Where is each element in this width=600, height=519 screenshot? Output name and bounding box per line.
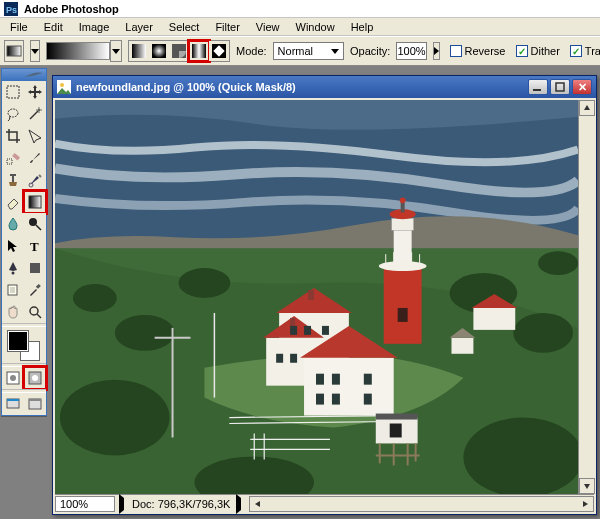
reverse-checkbox[interactable] — [450, 45, 462, 57]
crop-tool[interactable] — [2, 125, 24, 147]
slice-tool[interactable] — [24, 125, 46, 147]
svg-rect-15 — [10, 174, 16, 176]
menu-help[interactable]: Help — [343, 20, 382, 34]
svg-rect-23 — [36, 284, 41, 289]
gradient-dropdown[interactable] — [110, 40, 122, 62]
menu-image[interactable]: Image — [71, 20, 118, 34]
svg-rect-69 — [316, 394, 324, 405]
svg-rect-4 — [152, 44, 166, 58]
svg-point-16 — [29, 183, 33, 187]
menu-edit[interactable]: Edit — [36, 20, 71, 34]
clone-stamp-tool[interactable] — [2, 169, 24, 191]
dodge-tool[interactable] — [24, 213, 46, 235]
eyedropper-tool[interactable] — [24, 279, 46, 301]
maximize-button[interactable] — [550, 79, 570, 95]
status-flyout-icon[interactable] — [119, 498, 124, 510]
menu-layer[interactable]: Layer — [117, 20, 161, 34]
menu-window[interactable]: Window — [288, 20, 343, 34]
gradient-tool[interactable] — [24, 191, 46, 213]
blend-mode-select[interactable]: Normal — [273, 42, 344, 60]
dither-checkbox-wrap[interactable]: ✓ Dither — [516, 45, 560, 57]
svg-point-24 — [30, 307, 38, 315]
gradient-angle-button[interactable] — [169, 41, 189, 61]
current-tool-preset[interactable] — [4, 40, 24, 62]
pen-tool[interactable] — [2, 257, 24, 279]
hand-tool[interactable] — [2, 301, 24, 323]
history-brush-tool[interactable] — [24, 169, 46, 191]
svg-rect-64 — [276, 354, 283, 363]
marquee-tool[interactable] — [2, 81, 24, 103]
dither-checkbox[interactable]: ✓ — [516, 45, 528, 57]
scroll-right-button[interactable] — [577, 497, 593, 511]
tool-preset-dropdown[interactable] — [30, 40, 40, 62]
svg-point-38 — [73, 284, 117, 312]
opacity-input[interactable]: 100% — [396, 42, 426, 60]
toolbox-titlebar[interactable] — [2, 69, 46, 81]
standard-mode-button[interactable] — [2, 367, 24, 389]
scroll-up-button[interactable] — [579, 100, 595, 116]
svg-rect-58 — [290, 318, 295, 326]
gradient-reflected-button[interactable] — [189, 41, 209, 61]
transparency-checkbox[interactable]: ✓ — [570, 45, 582, 57]
svg-rect-6 — [192, 44, 206, 58]
shape-tool[interactable] — [24, 257, 46, 279]
horizontal-scrollbar[interactable] — [249, 496, 594, 512]
brush-tool[interactable] — [24, 147, 46, 169]
svg-rect-21 — [30, 263, 40, 273]
document-titlebar[interactable]: newfoundland.jpg @ 100% (Quick Mask/8) ✕ — [53, 76, 596, 98]
close-button[interactable]: ✕ — [572, 79, 592, 95]
eraser-tool[interactable] — [2, 191, 24, 213]
menu-filter[interactable]: Filter — [207, 20, 247, 34]
opacity-value: 100% — [397, 45, 425, 57]
photoshop-icon: Ps — [4, 2, 18, 16]
svg-rect-61 — [290, 326, 297, 335]
type-tool[interactable]: T — [24, 235, 46, 257]
gradient-diamond-button[interactable] — [209, 41, 229, 61]
svg-rect-72 — [384, 266, 422, 344]
svg-point-20 — [12, 272, 15, 275]
quick-mask-mode-button[interactable] — [24, 367, 46, 389]
status-menu-icon[interactable] — [236, 498, 241, 510]
screen-standard-button[interactable] — [2, 393, 24, 415]
menu-view[interactable]: View — [248, 20, 288, 34]
canvas[interactable] — [55, 100, 578, 494]
svg-rect-49 — [473, 308, 515, 330]
healing-brush-tool[interactable] — [2, 147, 24, 169]
chevron-down-icon — [31, 49, 39, 54]
svg-rect-32 — [29, 399, 41, 401]
gradient-linear-button[interactable] — [129, 41, 149, 61]
scroll-down-button[interactable] — [579, 478, 595, 494]
zoom-input[interactable]: 100% — [55, 496, 115, 512]
reverse-checkbox-wrap[interactable]: Reverse — [450, 45, 506, 57]
svg-rect-13 — [7, 159, 12, 164]
dither-label: Dither — [531, 45, 560, 57]
color-swatches[interactable] — [2, 327, 46, 363]
blur-tool[interactable] — [2, 213, 24, 235]
move-tool[interactable] — [24, 81, 46, 103]
gradient-radial-button[interactable] — [149, 41, 169, 61]
opacity-flyout-button[interactable] — [433, 42, 440, 60]
svg-rect-71 — [364, 394, 372, 405]
menu-select[interactable]: Select — [161, 20, 208, 34]
svg-rect-75 — [392, 218, 414, 230]
magic-wand-tool[interactable] — [24, 103, 46, 125]
path-selection-tool[interactable] — [2, 235, 24, 257]
gradient-picker[interactable] — [46, 40, 122, 62]
lasso-tool[interactable] — [2, 103, 24, 125]
svg-rect-30 — [7, 399, 19, 401]
menu-file[interactable]: File — [2, 20, 36, 34]
mode-label: Mode: — [236, 45, 267, 57]
blend-mode-value: Normal — [278, 45, 313, 57]
notes-tool[interactable] — [2, 279, 24, 301]
svg-rect-3 — [132, 44, 146, 58]
zoom-tool[interactable] — [24, 301, 46, 323]
svg-point-42 — [513, 313, 573, 353]
chevron-right-icon — [236, 494, 241, 514]
foreground-color-swatch[interactable] — [8, 331, 28, 351]
minimize-button[interactable] — [528, 79, 548, 95]
vertical-scrollbar[interactable] — [578, 100, 594, 494]
scroll-left-button[interactable] — [250, 497, 266, 511]
screen-full-menu-button[interactable] — [24, 393, 46, 415]
transparency-checkbox-wrap[interactable]: ✓ Transparency — [570, 45, 600, 57]
svg-rect-36 — [556, 83, 564, 91]
